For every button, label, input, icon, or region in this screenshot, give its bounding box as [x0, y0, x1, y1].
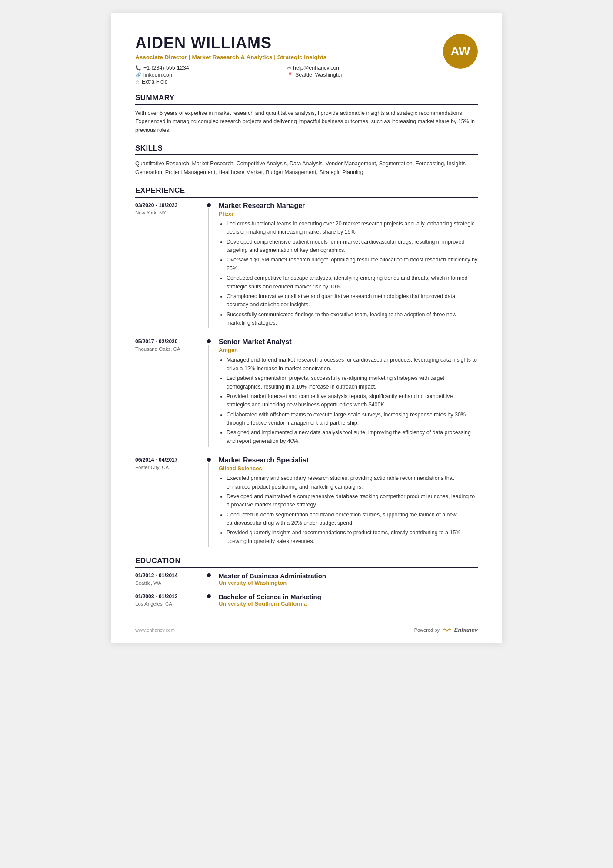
exp-bullet-0-0: Led cross-functional teams in executing …: [227, 220, 478, 237]
skills-title: SKILLS: [135, 144, 478, 155]
summary-title: SUMMARY: [135, 94, 478, 105]
exp-right-1: Senior Market Analyst Amgen Managed end-…: [213, 338, 478, 447]
experience-section: EXPERIENCE 03/2020 - 10/2023 New York, N…: [135, 186, 478, 547]
exp-bullets-2: Executed primary and secondary research …: [219, 474, 478, 546]
exp-line-2: [208, 463, 209, 547]
edu-left-0: 01/2012 - 01/2014 Seattle, WA: [135, 572, 205, 586]
exp-left-1: 05/2017 - 02/2020 Thousand Oaks, CA: [135, 338, 205, 447]
exp-line-1: [208, 345, 209, 447]
edu-degree-0: Master of Business Administration: [219, 572, 478, 580]
candidate-name: AIDEN WILLIAMS: [135, 34, 430, 52]
edu-right-0: Master of Business Administration Univer…: [213, 572, 478, 586]
edu-location-0: Seattle, WA: [135, 580, 200, 586]
education-section: EDUCATION 01/2012 - 01/2014 Seattle, WA …: [135, 556, 478, 607]
contact-linkedin: 🔗 linkedin.com: [135, 72, 278, 78]
location-text: Seattle, Washington: [295, 72, 343, 78]
edu-location-1: Los Angeles, CA: [135, 601, 200, 607]
footer-website: www.enhancv.com: [135, 627, 175, 633]
exp-bullet-1-2: Provided market forecast and competitive…: [227, 392, 478, 409]
exp-bullet-2-3: Provided quarterly insights and recommen…: [227, 529, 478, 546]
exp-dot-0: [207, 203, 211, 207]
email-text: help@enhancv.com: [293, 65, 341, 71]
education-entries: 01/2012 - 01/2014 Seattle, WA Master of …: [135, 572, 478, 607]
edu-dot-1: [207, 594, 211, 598]
edu-right-1: Bachelor of Science in Marketing Univers…: [213, 593, 478, 607]
footer-logo: Powered by Enhancv: [414, 627, 478, 633]
summary-body: With over 5 years of expertise in market…: [135, 109, 478, 134]
exp-job-title-1: Senior Market Analyst: [219, 338, 478, 346]
exp-dot-2: [207, 458, 211, 462]
exp-bullet-0-5: Successfully communicated findings to th…: [227, 311, 478, 328]
exp-left-0: 03/2020 - 10/2023 New York, NY: [135, 202, 205, 329]
skills-body: Quantitative Research, Market Research, …: [135, 160, 478, 177]
experience-title: EXPERIENCE: [135, 186, 478, 198]
exp-entry-0: 03/2020 - 10/2023 New York, NY Market Re…: [135, 202, 478, 329]
exp-bullet-2-2: Conducted in-depth segmentation and bran…: [227, 511, 478, 528]
contact-location: 📍 Seattle, Washington: [287, 72, 430, 78]
extra-text: Extra Field: [142, 79, 168, 85]
exp-right-2: Market Research Specialist Gilead Scienc…: [213, 456, 478, 547]
exp-entry-1: 05/2017 - 02/2020 Thousand Oaks, CA Seni…: [135, 338, 478, 447]
edu-date-1: 01/2008 - 01/2012: [135, 593, 200, 600]
exp-line-0: [208, 208, 209, 329]
exp-bullets-1: Managed end-to-end market research proce…: [219, 356, 478, 446]
exp-location-2: Foster City, CA: [135, 465, 200, 470]
edu-dot-col-0: [205, 572, 213, 586]
edu-entry-1: 01/2008 - 01/2012 Los Angeles, CA Bachel…: [135, 593, 478, 607]
contact-grid: 📞 +1-(234)-555-1234 ✉ help@enhancv.com 🔗…: [135, 65, 430, 85]
exp-dot-col-2: [205, 456, 213, 547]
exp-right-0: Market Research Manager Pfizer Led cross…: [213, 202, 478, 329]
header-left: AIDEN WILLIAMS Associate Director | Mark…: [135, 34, 430, 85]
exp-date-0: 03/2020 - 10/2023: [135, 202, 200, 209]
exp-location-0: New York, NY: [135, 210, 200, 215]
exp-bullet-0-4: Championed innovative qualitative and qu…: [227, 292, 478, 309]
exp-bullet-0-2: Oversaw a $1.5M market research budget, …: [227, 256, 478, 273]
skills-section: SKILLS Quantitative Research, Market Res…: [135, 144, 478, 177]
email-icon: ✉: [287, 65, 291, 71]
linkedin-icon: 🔗: [135, 72, 141, 78]
exp-company-0: Pfizer: [219, 211, 478, 217]
edu-degree-1: Bachelor of Science in Marketing: [219, 593, 478, 600]
exp-bullet-1-3: Collaborated with offshore teams to exec…: [227, 411, 478, 428]
exp-left-2: 06/2014 - 04/2017 Foster City, CA: [135, 456, 205, 547]
exp-bullet-0-3: Conducted competitive landscape analyses…: [227, 274, 478, 291]
brand-name: Enhancv: [454, 627, 478, 633]
exp-job-title-0: Market Research Manager: [219, 202, 478, 210]
footer: www.enhancv.com Powered by Enhancv: [135, 627, 478, 633]
exp-bullet-2-1: Developed and maintained a comprehensive…: [227, 493, 478, 509]
powered-by-text: Powered by: [414, 627, 440, 633]
contact-extra: ☆ Extra Field: [135, 79, 278, 85]
enhancv-logo-icon: [442, 627, 452, 633]
location-icon: 📍: [287, 72, 293, 78]
candidate-title: Associate Director | Market Research & A…: [135, 54, 430, 60]
exp-company-1: Amgen: [219, 347, 478, 353]
exp-entry-2: 06/2014 - 04/2017 Foster City, CA Market…: [135, 456, 478, 547]
exp-dot-col-1: [205, 338, 213, 447]
avatar: AW: [443, 34, 478, 69]
experience-entries: 03/2020 - 10/2023 New York, NY Market Re…: [135, 202, 478, 547]
star-icon: ☆: [135, 79, 140, 85]
exp-bullet-1-0: Managed end-to-end market research proce…: [227, 356, 478, 373]
edu-dot-0: [207, 573, 211, 577]
summary-section: SUMMARY With over 5 years of expertise i…: [135, 94, 478, 134]
exp-company-2: Gilead Sciences: [219, 465, 478, 472]
phone-text: +1-(234)-555-1234: [143, 65, 189, 71]
exp-bullet-0-1: Developed comprehensive patient models f…: [227, 238, 478, 255]
exp-date-1: 05/2017 - 02/2020: [135, 338, 200, 345]
exp-job-title-2: Market Research Specialist: [219, 456, 478, 464]
contact-email: ✉ help@enhancv.com: [287, 65, 430, 71]
exp-date-2: 06/2014 - 04/2017: [135, 456, 200, 464]
exp-dot-col-0: [205, 202, 213, 329]
edu-school-0: University of Washington: [219, 580, 478, 586]
exp-dot-1: [207, 339, 211, 343]
exp-location-1: Thousand Oaks, CA: [135, 346, 200, 352]
phone-icon: 📞: [135, 65, 141, 71]
resume-page: AIDEN WILLIAMS Associate Director | Mark…: [111, 13, 502, 643]
exp-bullet-2-0: Executed primary and secondary research …: [227, 474, 478, 491]
edu-dot-col-1: [205, 593, 213, 607]
exp-bullet-1-1: Led patient segmentation projects, succe…: [227, 374, 478, 391]
edu-left-1: 01/2008 - 01/2012 Los Angeles, CA: [135, 593, 205, 607]
education-title: EDUCATION: [135, 556, 478, 568]
contact-phone: 📞 +1-(234)-555-1234: [135, 65, 278, 71]
edu-entry-0: 01/2012 - 01/2014 Seattle, WA Master of …: [135, 572, 478, 586]
